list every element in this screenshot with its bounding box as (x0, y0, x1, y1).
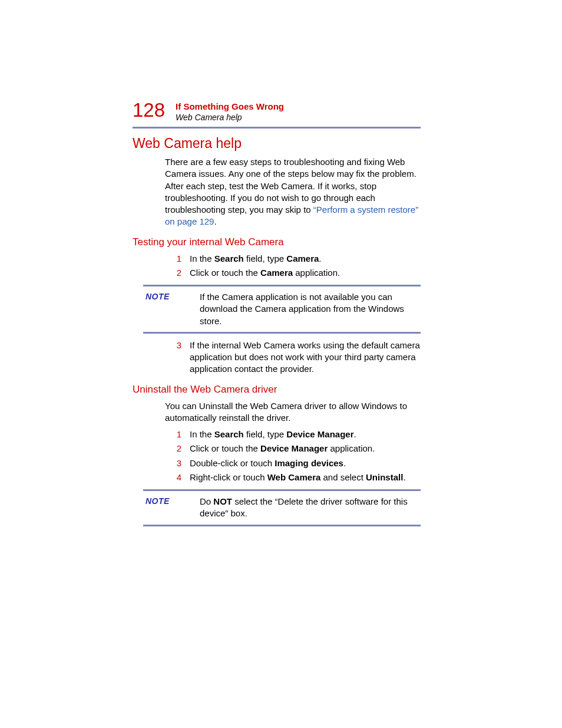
note-label: NOTE (143, 291, 193, 302)
step-row: 4 Right-click or touch Web Camera and se… (165, 472, 421, 483)
bold-term: Camera (260, 268, 293, 278)
text-fragment: . (354, 429, 356, 439)
bold-term: Search (214, 429, 244, 439)
step-number: 4 (165, 472, 190, 483)
section-title-small: Web Camera help (176, 113, 284, 122)
step-text: Right-click or touch Web Camera and sele… (190, 472, 421, 483)
text-fragment: and select (320, 472, 366, 482)
step-row: 3 If the internal Web Camera works using… (165, 340, 421, 375)
section-heading: Web Camera help (133, 136, 421, 151)
note-label: NOTE (143, 496, 193, 507)
text-fragment: Click or touch the (190, 268, 260, 278)
text-fragment: In the (190, 429, 214, 439)
subsection-heading-uninstall: Uninstall the Web Camera driver (133, 384, 421, 396)
text-fragment: field, type (244, 429, 287, 439)
step-number: 2 (165, 267, 190, 279)
step-number: 3 (165, 340, 190, 351)
bold-term: NOT (213, 496, 232, 506)
text-fragment: Do (200, 496, 213, 506)
step-row: 1 In the Search field, type Device Manag… (165, 429, 421, 440)
step-text: Double-click or touch Imaging devices. (190, 457, 421, 469)
text-fragment: Double-click or touch (190, 458, 275, 468)
text-fragment: In the (190, 253, 214, 263)
manual-page: 128 If Something Goes Wrong Web Camera h… (0, 0, 562, 728)
header-titles: If Something Goes Wrong Web Camera help (176, 100, 284, 122)
intro-text-after: . (214, 216, 216, 226)
text-fragment: Right-click or touch (190, 472, 267, 482)
step-text: If the internal Web Camera works using t… (190, 340, 421, 375)
bold-term: Device Manager (286, 429, 353, 439)
note-text: If the Camera application is not availab… (193, 291, 421, 327)
step-text: Click or touch the Camera application. (190, 267, 421, 279)
note-block: NOTE Do NOT select the “Delete the drive… (143, 489, 421, 526)
paragraph-text: You can Uninstall the Web Camera driver … (165, 400, 421, 424)
step-number: 2 (165, 443, 190, 454)
bold-term: Uninstall (366, 472, 403, 482)
note-text: Do NOT select the “Delete the driver sof… (193, 496, 421, 520)
page-number: 128 (133, 100, 165, 120)
step-row: 3 Double-click or touch Imaging devices. (165, 457, 421, 469)
bold-term: Imaging devices (275, 458, 343, 468)
text-fragment: . (343, 458, 346, 468)
subsection-heading-testing: Testing your internal Web Camera (133, 236, 421, 248)
step-row: 2 Click or touch the Camera application. (165, 267, 421, 279)
bold-term: Web Camera (267, 472, 321, 482)
text-fragment: application. (328, 443, 375, 453)
text-fragment: . (319, 253, 321, 263)
step-number: 1 (165, 253, 190, 265)
bold-term: Search (214, 253, 244, 263)
text-fragment: application. (293, 268, 340, 278)
step-row: 1 In the Search field, type Camera. (165, 253, 421, 265)
page-header: 128 If Something Goes Wrong Web Camera h… (133, 100, 421, 122)
intro-paragraph: There are a few easy steps to troublesho… (165, 156, 421, 228)
step-text: Click or touch the Device Manager applic… (190, 443, 421, 454)
step-number: 1 (165, 429, 190, 440)
text-fragment: . (403, 472, 405, 482)
step-text: In the Search field, type Device Manager… (190, 429, 421, 440)
bold-term: Camera (286, 253, 319, 263)
header-rule (133, 127, 421, 129)
step-number: 3 (165, 457, 190, 469)
step-row: 2 Click or touch the Device Manager appl… (165, 443, 421, 454)
bold-term: Device Manager (260, 443, 328, 453)
text-fragment: field, type (244, 253, 287, 263)
text-fragment: Click or touch the (190, 443, 260, 453)
chapter-title: If Something Goes Wrong (176, 101, 284, 111)
note-block: NOTE If the Camera application is not av… (143, 285, 421, 334)
uninstall-intro: You can Uninstall the Web Camera driver … (165, 400, 421, 424)
step-text: In the Search field, type Camera. (190, 253, 421, 265)
